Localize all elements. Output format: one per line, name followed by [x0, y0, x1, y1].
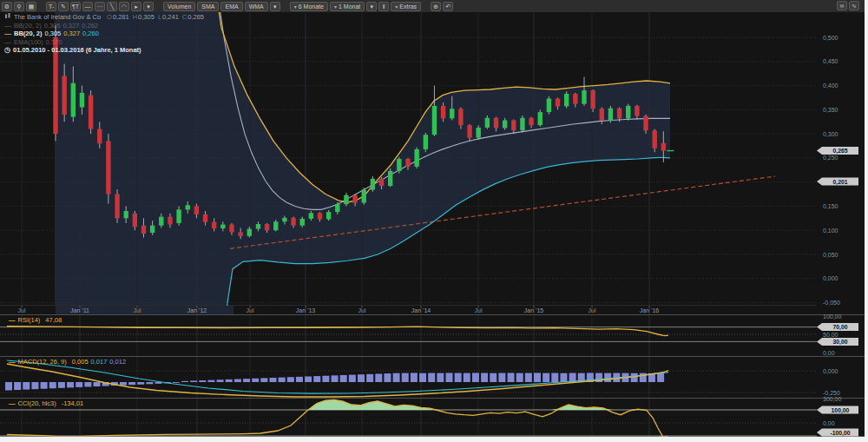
axis-label: Jul: [134, 307, 141, 313]
ohlc-key: H: [133, 13, 137, 21]
ohlc-key: C: [182, 13, 187, 21]
chevron-down-icon: ▾: [294, 4, 297, 10]
price-tag: 0,265: [817, 147, 858, 155]
clock-icon: ◷: [4, 46, 10, 54]
rsi-line-swatch: —: [9, 316, 16, 324]
settings-icon[interactable]: ⚙: [2, 2, 12, 11]
rsi-line: [7, 327, 668, 336]
sma-button[interactable]: SMA: [197, 2, 219, 11]
legend-date-range-row[interactable]: ◷ 01.05.2010 - 01.03.2016 (6 Jahre, 1 Mo…: [4, 46, 204, 55]
bb-overlay-disabled[interactable]: —BB(20, 2)0,3050,3270,262: [4, 22, 204, 30]
axis-label: 50,00: [823, 332, 838, 338]
cci-indicator-label[interactable]: — CCI(20, hlc3) -134,01: [9, 399, 83, 407]
link-button[interactable]: ∞: [837, 1, 847, 10]
macd-value: 0,017: [91, 358, 108, 366]
cci-line-swatch: —: [9, 399, 16, 407]
price-tag: 70,00: [817, 323, 858, 331]
more-tools-icon[interactable]: ⋯: [95, 2, 105, 11]
horizontal-line-tool-icon[interactable]: —: [82, 2, 93, 11]
tools-dropdown-icon[interactable]: ▾: [143, 2, 154, 11]
macd-name: MACD(12, 26, 9): [18, 358, 67, 366]
overlay-value: 0,305: [45, 30, 62, 37]
axis-label: Jul: [247, 307, 254, 313]
layout-grid-icon[interactable]: ▦: [26, 2, 36, 11]
period-range-button[interactable]: ▾6 Monate: [290, 2, 328, 11]
ema-button[interactable]: EMA: [220, 2, 242, 11]
axis-label: Jan '11: [70, 307, 89, 313]
axis-label: -0,250: [823, 390, 840, 396]
ohlc-value: 0,265: [187, 13, 204, 21]
annotation-tool-icon[interactable]: ¶T: [70, 2, 81, 11]
axis-label: Jul: [18, 307, 26, 313]
macd-values: 0,0050,0170,012: [69, 358, 126, 366]
macd-indicator-label[interactable]: — MACD(12, 26, 9) 0,0050,0170,012: [9, 358, 126, 366]
price-tag: 100,00: [817, 406, 858, 414]
macd-value: 0,005: [72, 358, 89, 366]
button-label: 1 Monat: [339, 3, 360, 10]
rsi-indicator-label[interactable]: — RSI(14) 47,08: [9, 316, 62, 324]
cci-plot: [7, 399, 668, 437]
svg-text:100,00: 100,00: [832, 407, 850, 414]
undo-icon[interactable]: ↶: [443, 2, 453, 11]
chart-type-icon[interactable]: ‖: [378, 2, 389, 11]
trading-app-window: ⚙⚲▦T-✎¶T—⋯╲◠▸▾VolumenSMAEMAWMA▾▾6 Monate…: [0, 0, 868, 442]
macd-value: 0,012: [109, 358, 126, 366]
ohlc-readout: O0,281H0,305L0,241C0,265: [103, 13, 204, 21]
axis-label: Jul: [358, 307, 366, 313]
button-label: Extras: [399, 3, 417, 10]
zoom-in-icon[interactable]: ⊕: [431, 2, 441, 11]
chart-canvas[interactable]: 0,5000,4500,4000,3500,3000,2500,1500,100…: [0, 0, 865, 437]
overlay-value: 0,262: [82, 22, 98, 30]
overlay-value: 0,327: [62, 22, 79, 30]
price-tag: -100,00: [817, 429, 858, 437]
chart-legend: The Bank of Ireland Gov & Co O0,281H0,30…: [4, 13, 204, 55]
text-tool-icon[interactable]: T-: [46, 2, 56, 11]
axis-label: 0,450: [823, 58, 838, 64]
axis-label: 0,000: [823, 275, 838, 281]
ohlc-key: L: [158, 13, 161, 21]
axis-label: Jan '14: [411, 307, 431, 313]
cci-value: -134,01: [62, 399, 83, 407]
pulse-button[interactable]: ∿: [849, 1, 859, 10]
trendline-tool-icon[interactable]: ╲: [107, 2, 117, 11]
date-range-text: 01.05.2010 - 01.03.2016 (6 Jahre, 1 Mona…: [13, 46, 141, 54]
legend-instrument-row[interactable]: The Bank of Ireland Gov & Co O0,281H0,30…: [4, 13, 204, 22]
bb-overlay-active[interactable]: —BB(20, 2)0,3050,3270,260: [4, 30, 204, 38]
axis-label: 0,100: [823, 228, 838, 234]
svg-text:70,00: 70,00: [832, 324, 847, 331]
overlay-name: BB(20, 2): [14, 30, 43, 37]
overlay-swatch: —: [4, 38, 11, 46]
toolbar-separator: [38, 6, 44, 7]
axis-label: 0,150: [823, 203, 838, 209]
axis-label: 0,00: [823, 350, 835, 356]
chart-workspace: ⚙⚲▦T-✎¶T—⋯╲◠▸▾VolumenSMAEMAWMA▾▾6 Monate…: [0, 0, 865, 437]
axis-label: Jan '15: [524, 307, 543, 313]
overlay-name: BB(20, 2): [14, 22, 42, 30]
pencil-tool-icon[interactable]: ✎: [58, 2, 69, 11]
overlay-value: 0,327: [63, 30, 80, 37]
ema-overlay-disabled[interactable]: —EMA(100)0,570: [4, 38, 204, 47]
indicator-dropdown[interactable]: ▾: [270, 2, 280, 11]
svg-text:30,00: 30,00: [832, 339, 847, 346]
arc-tool-icon[interactable]: ◠: [119, 2, 129, 11]
overlay-name: EMA(100): [14, 38, 43, 46]
svg-text:0,265: 0,265: [832, 148, 847, 155]
toolbar-corner-buttons: ∞∿: [837, 1, 859, 10]
extras-button[interactable]: ▾Extras: [391, 2, 421, 11]
svg-text:-100,00: -100,00: [830, 430, 850, 437]
overlay-value: 0,305: [44, 22, 61, 30]
legend-overlay-rows: —BB(20, 2)0,3050,3270,262—BB(20, 2)0,305…: [4, 22, 204, 47]
interval-dropdown-icon[interactable]: ▾: [366, 2, 377, 11]
marker-tool-icon[interactable]: ▸: [131, 2, 141, 11]
svg-text:0,201: 0,201: [832, 179, 847, 186]
cci-name: CCI(20, hlc3): [18, 399, 56, 407]
ohlc-key: O: [107, 13, 112, 21]
axis-label: 0,350: [823, 107, 838, 113]
interval-button[interactable]: ▾1 Monat: [330, 2, 365, 11]
search-icon[interactable]: ⚲: [14, 2, 24, 11]
toolbar-separator: [423, 6, 429, 7]
wma-button[interactable]: WMA: [245, 2, 268, 11]
button-label: 6 Monate: [299, 3, 324, 10]
volume-button[interactable]: Volumen: [163, 2, 195, 11]
axis-label: 0,000: [823, 368, 838, 374]
